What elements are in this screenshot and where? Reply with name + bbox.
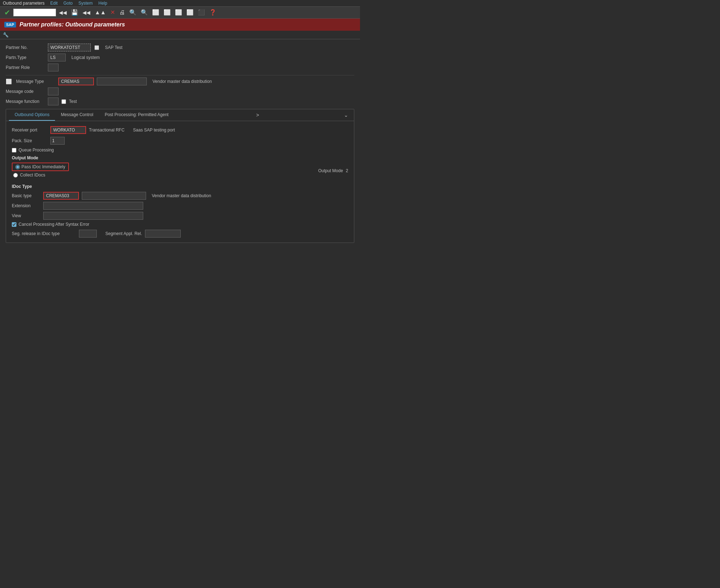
collect-idocs-radio[interactable] (13, 173, 18, 178)
receiver-port-label: Receiver port (12, 128, 48, 133)
receiver-port-desc: Saas SAP testing port (133, 128, 175, 133)
cancel-button[interactable]: ✕ (109, 9, 116, 16)
test-label: Test (69, 99, 77, 104)
output-mode-title: Output Mode (12, 155, 348, 160)
message-type-label: Message Type (16, 79, 55, 84)
message-function-input[interactable] (48, 98, 59, 105)
save-button[interactable]: 💾 (70, 9, 80, 16)
partn-type-desc: Logical system (71, 55, 100, 60)
cancel-processing-checkbox[interactable] (12, 222, 16, 227)
basic-type-row: Basic type Vendor master data distributi… (12, 192, 348, 200)
partn-type-row: Partn.Type Logical system (6, 54, 354, 61)
tab-outbound-options[interactable]: Outbound Options (9, 109, 55, 121)
message-type-row: ⬜ Message Type Vendor master data distri… (6, 78, 354, 85)
message-type-desc: Vendor master data distribution (152, 79, 212, 84)
find-next-button[interactable]: 🔍 (139, 9, 149, 16)
message-code-row: Message code (6, 88, 354, 95)
page-left-button[interactable]: ⬜ (174, 9, 184, 16)
cancel-processing-row: Cancel Processing After Syntax Error (12, 222, 348, 227)
view-row: View (12, 212, 348, 220)
seg-appl-label: Segment Appl. Rel. (105, 231, 142, 236)
paste-button[interactable]: ⬜ (162, 9, 172, 16)
pack-size-label: Pack. Size (12, 138, 48, 143)
back-back-button[interactable]: ◀◀ (58, 9, 68, 16)
partn-type-input[interactable] (48, 54, 66, 61)
page-title: Partner profiles: Outbound parameters (20, 21, 125, 28)
basic-type-ext-input[interactable] (82, 192, 146, 200)
receiver-port-input[interactable] (50, 126, 86, 134)
tab-message-control[interactable]: Message Control (55, 109, 99, 121)
sub-toolbar-icon: 🔧 (3, 32, 9, 38)
message-type-ext-input[interactable] (97, 78, 147, 85)
menu-goto[interactable]: Goto (63, 1, 72, 6)
menu-help[interactable]: Help (98, 1, 107, 6)
idoc-type-section: IDoc Type Basic type Vendor master data … (12, 184, 348, 238)
partner-no-label: Partner No. (6, 45, 45, 50)
seg-appl-input[interactable] (145, 230, 181, 238)
test-checkbox[interactable] (61, 99, 66, 104)
pass-idoc-row: Pass IDoc Immediately (12, 163, 69, 171)
pack-size-input[interactable] (50, 137, 65, 145)
output-mode-row: Pass IDoc Immediately Collect IDocs Outp… (12, 163, 348, 179)
extension-label: Extension (12, 203, 40, 208)
pass-idoc-radio[interactable] (15, 165, 20, 169)
tab-content-outbound-options: Receiver port Transactional RFC Saas SAP… (6, 121, 354, 243)
screen-button[interactable]: ⬛ (196, 9, 206, 16)
message-type-input[interactable] (58, 78, 94, 85)
receiver-port-type: Transactional RFC (89, 128, 125, 133)
pass-idoc-highlighted: Pass IDoc Immediately (12, 163, 69, 171)
collect-idocs-row: Collect IDocs (13, 173, 69, 178)
basic-type-input[interactable] (43, 192, 79, 200)
view-label: View (12, 213, 40, 218)
output-mode-section: Output Mode Pass IDoc Immediately Collec… (12, 155, 348, 179)
toolbar: ✔ ◀◀ 💾 ◀◀ ▲▲ ✕ 🖨 🔍 🔍 ⬜ ⬜ ⬜ ⬜ ⬛ ❓ (0, 7, 360, 19)
extension-input[interactable] (43, 202, 143, 210)
tabs-header: Outbound Options Message Control Post Pr… (6, 109, 354, 121)
partner-no-desc: SAP Test (105, 45, 122, 50)
seg-release-row: Seg. release in IDoc type Segment Appl. … (12, 230, 348, 238)
header-band: SAP Partner profiles: Outbound parameter… (0, 19, 360, 31)
partner-role-row: Partner Role (6, 64, 354, 71)
tab-more-arrow[interactable]: > (253, 111, 262, 119)
menu-system[interactable]: System (78, 1, 92, 6)
basic-type-label: Basic type (12, 193, 40, 198)
print-button[interactable]: 🖨 (118, 9, 126, 16)
queue-processing-checkbox[interactable] (12, 148, 16, 153)
help-button[interactable]: ❓ (208, 9, 218, 16)
partner-role-label: Partner Role (6, 65, 45, 70)
check-button[interactable]: ✔ (3, 8, 12, 17)
menu-edit[interactable]: Edit (50, 1, 58, 6)
queue-processing-row: Queue Processing (12, 148, 348, 153)
sap-logo: SAP (4, 22, 16, 28)
message-code-input[interactable] (48, 88, 59, 95)
main-content: Partner No. ⬜ SAP Test Partn.Type Logica… (0, 39, 360, 247)
cancel-processing-label: Cancel Processing After Syntax Error (19, 222, 89, 227)
basic-type-desc: Vendor master data distribution (152, 193, 211, 198)
partn-type-label: Partn.Type (6, 55, 45, 60)
partner-no-input[interactable] (48, 44, 91, 51)
find-button[interactable]: 🔍 (128, 9, 138, 16)
up-button[interactable]: ▲▲ (93, 9, 108, 16)
menu-bar: Outbound parameters Edit Goto System Hel… (0, 0, 360, 7)
menu-outbound-parameters[interactable]: Outbound parameters (3, 1, 45, 6)
pass-idoc-label: Pass IDoc Immediately (21, 164, 65, 169)
first-button[interactable]: ◀◀ (81, 9, 92, 16)
tab-collapse-arrow[interactable]: ⌄ (341, 111, 351, 119)
message-function-row: Message function Test (6, 98, 354, 105)
view-input[interactable] (43, 212, 143, 220)
tabs-section: Outbound Options Message Control Post Pr… (6, 109, 354, 243)
queue-processing-label: Queue Processing (19, 148, 54, 153)
output-mode-value: 2 (346, 168, 348, 173)
seg-release-input[interactable] (79, 230, 97, 238)
sub-toolbar: 🔧 (0, 31, 360, 39)
partner-role-input[interactable] (48, 64, 59, 71)
receiver-port-row: Receiver port Transactional RFC Saas SAP… (12, 126, 348, 134)
page-right-button[interactable]: ⬜ (185, 9, 195, 16)
toolbar-input[interactable] (13, 9, 56, 16)
copy-button[interactable]: ⬜ (151, 9, 161, 16)
collect-idocs-label: Collect IDocs (20, 173, 45, 178)
output-mode-label: Output Mode (318, 168, 343, 173)
seg-release-label: Seg. release in IDoc type (12, 231, 76, 236)
idoc-type-title: IDoc Type (12, 184, 348, 189)
tab-post-processing[interactable]: Post Processing: Permitted Agent (99, 109, 174, 121)
